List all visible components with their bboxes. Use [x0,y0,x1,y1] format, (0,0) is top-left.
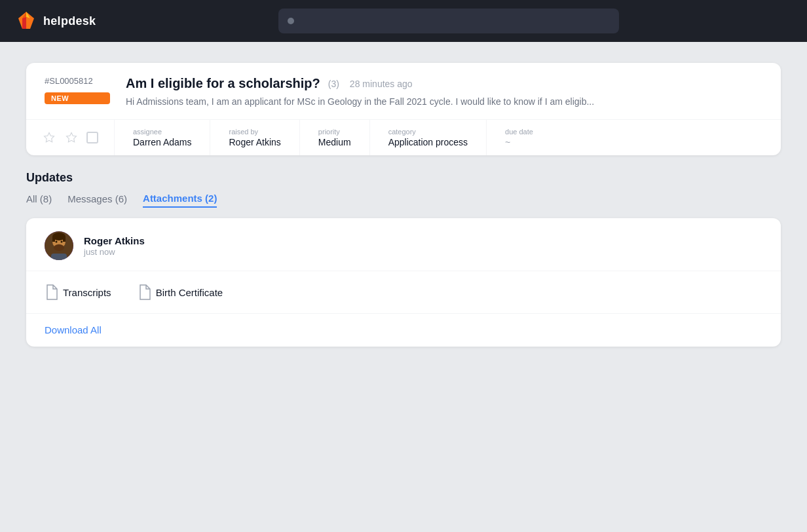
ticket-main: Am I eligible for a scholarship? (3) 28 … [126,76,762,109]
sender-info: Roger Atkins just now [84,235,145,257]
checkbox-icon[interactable] [86,132,98,143]
download-all-button[interactable]: Download All [45,324,102,335]
logo: helpdesk [16,10,96,31]
svg-marker-4 [26,17,30,29]
raised-by-label: raised by [229,128,280,136]
ticket-title-row: Am I eligible for a scholarship? (3) 28 … [126,76,762,91]
file-icon-birth-certificate [138,284,151,300]
assignee-label: assignee [133,128,191,136]
file-name-transcripts: Transcripts [63,287,111,298]
main-content: #SL0005812 NEW Am I eligible for a schol… [0,42,807,368]
meta-priority: priority Medium [300,120,370,155]
file-name-birth-certificate: Birth Certificate [156,287,223,298]
ticket-title: Am I eligible for a scholarship? [126,76,320,91]
priority-label: priority [318,128,351,136]
file-birth-certificate[interactable]: Birth Certificate [138,284,223,300]
meta-actions [26,120,115,155]
svg-marker-3 [22,17,26,29]
category-value: Application process [388,137,468,147]
assignee-value: Darren Adams [133,137,191,147]
svg-rect-10 [52,237,55,242]
tab-messages[interactable]: Messages (6) [67,193,127,207]
svg-marker-6 [67,133,77,142]
files-row: Transcripts Birth Certificate [26,271,781,313]
ticket-count: (3) [328,79,339,89]
due-date-value: ~ [505,137,533,147]
star-outline-icon[interactable] [42,130,56,145]
due-date-label: due date [505,128,533,136]
raised-by-value: Roger Atkins [229,137,280,147]
app-name: helpdesk [43,14,96,28]
ticket-id: #SL0005812 [45,76,110,86]
svg-rect-11 [63,237,66,242]
ticket-header: #SL0005812 NEW Am I eligible for a schol… [26,63,781,119]
meta-raised-by: raised by Roger Atkins [210,120,299,155]
file-icon-transcripts [45,284,58,300]
ticket-meta: assignee Darren Adams raised by Roger At… [26,119,781,155]
svg-point-12 [56,241,58,243]
logo-icon [16,10,37,31]
file-transcripts[interactable]: Transcripts [45,284,111,300]
svg-marker-5 [45,133,54,142]
search-bar[interactable] [278,9,619,33]
svg-rect-16 [51,254,67,260]
tab-attachments[interactable]: Attachments (2) [143,193,217,208]
sender-name: Roger Atkins [84,235,145,246]
meta-assignee: assignee Darren Adams [115,120,210,155]
ticket-card: #SL0005812 NEW Am I eligible for a schol… [26,63,781,155]
ticket-badge: NEW [45,92,110,104]
meta-due-date: due date ~ [487,120,552,155]
ticket-time: 28 minutes ago [350,79,413,89]
sender-time: just now [84,247,145,257]
attachment-card: Roger Atkins just now Transcripts Birth … [26,218,781,347]
attachment-header: Roger Atkins just now [26,218,781,271]
updates-section: Updates All (8) Messages (6) Attachments… [26,171,781,208]
star-filled-icon[interactable] [64,130,79,145]
ticket-preview: Hi Admissions team, I am an applicant fo… [126,95,762,109]
download-all-row: Download All [26,313,781,347]
tab-all[interactable]: All (8) [26,193,52,207]
search-dot [288,18,294,24]
svg-point-13 [61,241,63,243]
tabs: All (8) Messages (6) Attachments (2) [26,193,781,208]
avatar [45,231,73,260]
svg-point-15 [54,244,64,251]
meta-category: category Application process [370,120,487,155]
priority-value: Medium [318,137,351,147]
category-label: category [388,128,468,136]
avatar-image [45,231,73,260]
updates-title: Updates [26,171,781,185]
topbar: helpdesk [0,0,807,42]
